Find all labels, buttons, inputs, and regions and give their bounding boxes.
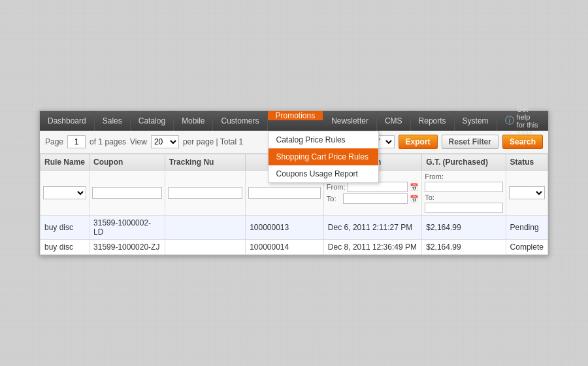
from-label: From: bbox=[327, 183, 346, 191]
search-button[interactable]: Search bbox=[502, 135, 543, 149]
th-coupon: Coupon bbox=[90, 154, 165, 171]
nav-catalog[interactable]: Catalog bbox=[131, 111, 174, 131]
filter-rule-select[interactable] bbox=[43, 186, 86, 199]
table-row: buy disc 31599-1000002-LD 100000013 Dec … bbox=[41, 216, 548, 240]
filter-gt-from-input[interactable] bbox=[425, 182, 502, 192]
cell-tracking-1 bbox=[165, 216, 245, 240]
from-date-input[interactable] bbox=[348, 182, 408, 192]
th-status: Status bbox=[506, 154, 547, 171]
table-row: buy disc 31599-1000020-ZJ 100000014 Dec … bbox=[41, 240, 548, 255]
page-input[interactable] bbox=[67, 135, 86, 148]
per-page-text: per page | Total 1 bbox=[183, 137, 243, 146]
filter-gt: From: To: bbox=[422, 171, 506, 216]
nav-bar: Dashboard Sales Catalog Mobile Customers… bbox=[40, 111, 548, 131]
nav-sales[interactable]: Sales bbox=[95, 111, 131, 131]
cell-status-2: Complete bbox=[506, 240, 547, 255]
cell-coupon-2: 31599-1000020-ZJ bbox=[90, 240, 165, 255]
view-label: View bbox=[130, 137, 147, 146]
th-rule-name: Rule Name bbox=[41, 154, 90, 171]
th-gt-purchased: G.T. (Purchased) bbox=[422, 154, 506, 171]
nav-cms[interactable]: CMS bbox=[377, 111, 411, 131]
filter-tracking bbox=[165, 171, 245, 216]
from-calendar-icon[interactable]: 📅 bbox=[410, 183, 419, 191]
help-icon: ⓘ bbox=[505, 115, 514, 127]
cell-rule-name-2: buy disc bbox=[41, 240, 90, 255]
cell-purchased-1: Dec 6, 2011 2:11:27 PM bbox=[323, 216, 421, 240]
nav-newsletter[interactable]: Newsletter bbox=[323, 111, 377, 131]
nav-reports[interactable]: Reports bbox=[411, 111, 455, 131]
filter-order-input[interactable] bbox=[248, 187, 321, 199]
promotions-dropdown: Catalog Price Rules Shopping Cart Price … bbox=[268, 131, 379, 183]
filter-tracking-input[interactable] bbox=[168, 187, 242, 199]
cell-purchased-2: Dec 8, 2011 12:36:49 PM bbox=[323, 240, 421, 255]
cell-tracking-2 bbox=[165, 240, 245, 255]
filter-status bbox=[506, 171, 547, 216]
to-date-input[interactable] bbox=[343, 193, 408, 204]
nav-promotions-wrapper: Promotions Catalog Price Rules Shopping … bbox=[268, 111, 324, 131]
dropdown-catalog-price-rules[interactable]: Catalog Price Rules bbox=[269, 131, 378, 148]
nav-promotions[interactable]: Promotions bbox=[268, 111, 324, 120]
filter-status-select[interactable] bbox=[509, 186, 545, 199]
export-button[interactable]: Export bbox=[399, 135, 438, 149]
browser-window: Dashboard Sales Catalog Mobile Customers… bbox=[39, 110, 549, 256]
of-pages-text: of 1 pages bbox=[90, 137, 126, 146]
cell-order-2: 100000014 bbox=[246, 240, 324, 255]
cell-order-1: 100000013 bbox=[246, 216, 324, 240]
filter-coupon bbox=[90, 171, 165, 216]
cell-status-1: Pending bbox=[506, 216, 547, 240]
to-calendar-icon[interactable]: 📅 bbox=[410, 195, 419, 203]
nav-customers[interactable]: Customers bbox=[213, 111, 267, 131]
nav-mobile[interactable]: Mobile bbox=[174, 111, 213, 131]
nav-system[interactable]: System bbox=[455, 111, 497, 131]
cell-coupon-1: 31599-1000002-LD bbox=[90, 216, 165, 240]
filter-coupon-input[interactable] bbox=[92, 187, 162, 199]
cell-rule-name-1: buy disc bbox=[41, 216, 90, 240]
to-label: To: bbox=[327, 195, 341, 203]
nav-dashboard[interactable]: Dashboard bbox=[40, 111, 95, 131]
dropdown-coupons-usage[interactable]: Coupons Usage Report bbox=[269, 165, 378, 182]
cell-gt-2: $2,164.99 bbox=[422, 240, 506, 255]
filter-rule-name bbox=[41, 171, 90, 216]
filter-gt-to-input[interactable] bbox=[425, 203, 502, 213]
view-select[interactable]: 20 50 100 bbox=[151, 135, 179, 148]
reset-filter-button[interactable]: Reset Filter bbox=[442, 135, 498, 149]
page-label: Page bbox=[45, 137, 63, 146]
dropdown-shopping-cart-rules[interactable]: Shopping Cart Price Rules bbox=[269, 148, 378, 165]
cell-gt-1: $2,164.99 bbox=[422, 216, 506, 240]
nav-help[interactable]: ⓘ Get help for this page bbox=[497, 111, 548, 131]
th-tracking: Tracking Nu bbox=[165, 154, 245, 171]
